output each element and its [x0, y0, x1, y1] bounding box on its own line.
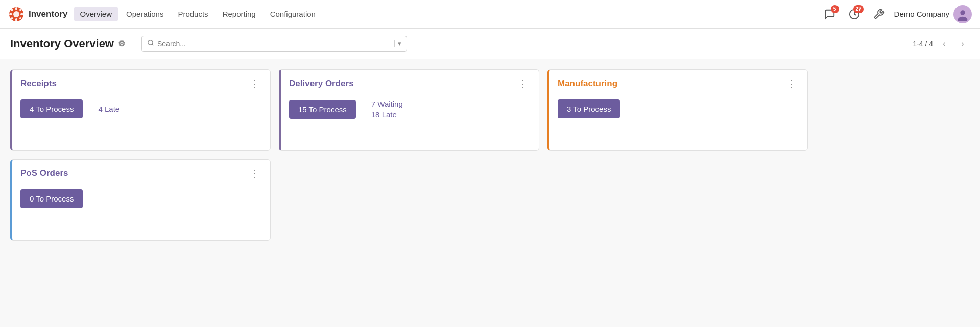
settings-icon[interactable]: ⚙ [118, 39, 125, 48]
nav-item-configuration[interactable]: Configuration [264, 7, 322, 21]
card-manufacturing-title[interactable]: Manufacturing [558, 79, 617, 89]
svg-rect-4 [9, 13, 12, 15]
company-name: Demo Company [894, 10, 949, 18]
manufacturing-process-button[interactable]: 3 To Process [558, 99, 620, 118]
card-delivery-header: Delivery Orders ⋮ [281, 70, 539, 95]
card-pos-menu[interactable]: ⋮ [247, 167, 262, 180]
delivery-stats: 7 Waiting 18 Late [371, 99, 403, 119]
app-name: Inventory [29, 9, 68, 19]
chat-badge: 5 [831, 5, 839, 13]
svg-line-15 [152, 44, 154, 46]
nav-item-operations[interactable]: Operations [120, 7, 170, 21]
pos-process-button[interactable]: 0 To Process [20, 189, 83, 208]
nav-item-products[interactable]: Products [172, 7, 214, 21]
card-manufacturing: Manufacturing ⋮ 3 To Process [547, 69, 808, 151]
avatar-icon [955, 7, 970, 21]
receipts-stats: 4 Late [98, 105, 119, 113]
main-content: Receipts ⋮ 4 To Process 4 Late Delivery … [0, 59, 980, 251]
card-delivery-menu[interactable]: ⋮ [515, 77, 531, 90]
card-receipts-header: Receipts ⋮ [12, 70, 270, 95]
card-receipts: Receipts ⋮ 4 To Process 4 Late [10, 69, 271, 151]
card-receipts-body: 4 To Process 4 Late [12, 95, 270, 129]
page-title-container: Inventory Overview ⚙ [10, 37, 125, 51]
app-logo-icon [8, 6, 25, 22]
delivery-waiting-stat: 7 Waiting [371, 99, 403, 108]
company-selector[interactable]: Demo Company [894, 5, 972, 23]
receipts-late-stat: 4 Late [98, 105, 119, 113]
search-dropdown-button[interactable]: ▾ [394, 40, 401, 47]
pagination-text: 1-4 / 4 [913, 40, 933, 48]
app-logo[interactable]: Inventory [8, 6, 68, 22]
receipts-process-button[interactable]: 4 To Process [20, 99, 83, 118]
card-manufacturing-header: Manufacturing ⋮ [549, 70, 807, 95]
nav-right-section: 5 27 Demo Company [821, 5, 972, 23]
card-manufacturing-body: 3 To Process [549, 95, 807, 129]
card-pos-title[interactable]: PoS Orders [20, 168, 68, 179]
wrench-icon [873, 9, 885, 20]
svg-point-14 [148, 40, 153, 45]
nav-item-reporting[interactable]: Reporting [217, 7, 262, 21]
search-icon [147, 39, 154, 48]
card-delivery-title[interactable]: Delivery Orders [289, 79, 354, 89]
subheader: Inventory Overview ⚙ ▾ 1-4 / 4 ‹ › [0, 29, 980, 59]
card-receipts-title[interactable]: Receipts [20, 79, 57, 89]
wrench-button[interactable] [870, 5, 888, 23]
svg-point-1 [13, 11, 19, 17]
card-receipts-menu[interactable]: ⋮ [247, 77, 262, 90]
delivery-process-button[interactable]: 15 To Process [289, 100, 356, 119]
delivery-late-stat: 18 Late [371, 110, 403, 119]
user-avatar[interactable] [953, 5, 972, 23]
activity-badge: 27 [853, 5, 863, 13]
svg-point-12 [960, 10, 965, 15]
nav-item-overview[interactable]: Overview [74, 7, 118, 21]
pagination: 1-4 / 4 ‹ › [913, 37, 970, 51]
card-pos-header: PoS Orders ⋮ [12, 160, 270, 185]
search-box[interactable]: ▾ [141, 36, 407, 52]
card-pos-orders: PoS Orders ⋮ 0 To Process [10, 159, 271, 241]
svg-rect-3 [15, 18, 17, 21]
page-title-text: Inventory Overview [10, 37, 114, 51]
card-manufacturing-menu[interactable]: ⋮ [784, 77, 799, 90]
svg-rect-2 [15, 7, 17, 10]
card-delivery-orders: Delivery Orders ⋮ 15 To Process 7 Waitin… [279, 69, 539, 151]
card-pos-body: 0 To Process [12, 185, 270, 218]
pagination-prev-button[interactable]: ‹ [937, 37, 951, 51]
svg-rect-5 [20, 13, 23, 15]
top-navigation: Inventory Overview Operations Products R… [0, 0, 980, 29]
card-delivery-body: 15 To Process 7 Waiting 18 Late [281, 95, 539, 129]
chat-button[interactable]: 5 [821, 5, 839, 23]
pagination-next-button[interactable]: › [955, 37, 970, 51]
activity-button[interactable]: 27 [845, 5, 864, 23]
search-input[interactable] [157, 40, 391, 48]
